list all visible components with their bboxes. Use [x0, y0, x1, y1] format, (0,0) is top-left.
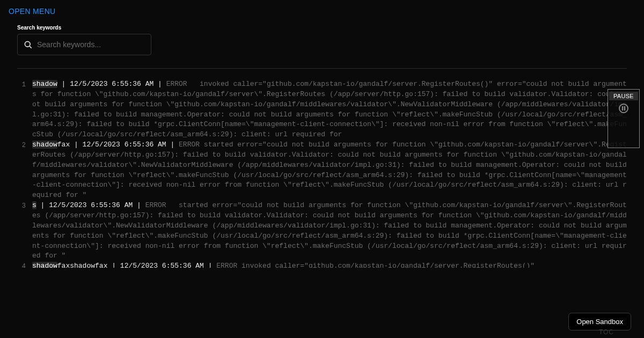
search-icon: [23, 40, 33, 49]
log-viewer: 1 shadow | 12/5/2023 6:55:36 AM | ERROR …: [0, 69, 644, 326]
line-number: 1: [17, 79, 32, 90]
log-text: shadow | 12/5/2023 6:55:36 AM | ERROR in…: [32, 79, 627, 140]
search-label: Search keywords: [17, 25, 627, 31]
line-number: 3: [17, 201, 32, 211]
pause-icon: [619, 104, 628, 113]
svg-line-1: [30, 46, 32, 48]
svg-point-0: [25, 41, 30, 47]
log-text: shadowfax | 12/5/2023 6:55:36 AM | ERROR…: [32, 140, 627, 201]
log-highlight: shadow: [32, 141, 57, 149]
log-text: shadowfaxshadowfax | 12/5/2023 6:55:36 A…: [32, 261, 627, 268]
search-section: Search keywords: [0, 20, 644, 68]
log-highlight: s: [32, 201, 36, 209]
open-menu-link[interactable]: OPEN MENU: [9, 7, 56, 16]
log-row: 3 s | 12/5/2023 6:55:36 AM | ERROR start…: [17, 201, 627, 261]
log-row: 1 shadow | 12/5/2023 6:55:36 AM | ERROR …: [17, 79, 627, 140]
search-input[interactable]: [37, 40, 145, 49]
log-row: 4 shadowfaxshadowfax | 12/5/2023 6:55:36…: [17, 261, 627, 268]
log-highlight: shadow: [32, 80, 57, 88]
pause-button[interactable]: PAUSE: [609, 92, 638, 100]
line-number: 2: [17, 140, 32, 150]
log-text: s | 12/5/2023 6:55:36 AM | ERROR started…: [32, 201, 627, 261]
log-row: 2 shadowfax | 12/5/2023 6:55:36 AM | ERR…: [17, 140, 627, 201]
pause-panel: PAUSE: [608, 89, 640, 148]
line-number: 4: [17, 261, 32, 268]
svg-rect-2: [622, 106, 623, 111]
svg-rect-3: [624, 106, 625, 111]
top-bar: OPEN MENU: [0, 0, 644, 20]
log-highlight: shadow: [32, 262, 57, 268]
search-box[interactable]: [17, 34, 151, 55]
toc-label: TOC: [599, 328, 614, 336]
